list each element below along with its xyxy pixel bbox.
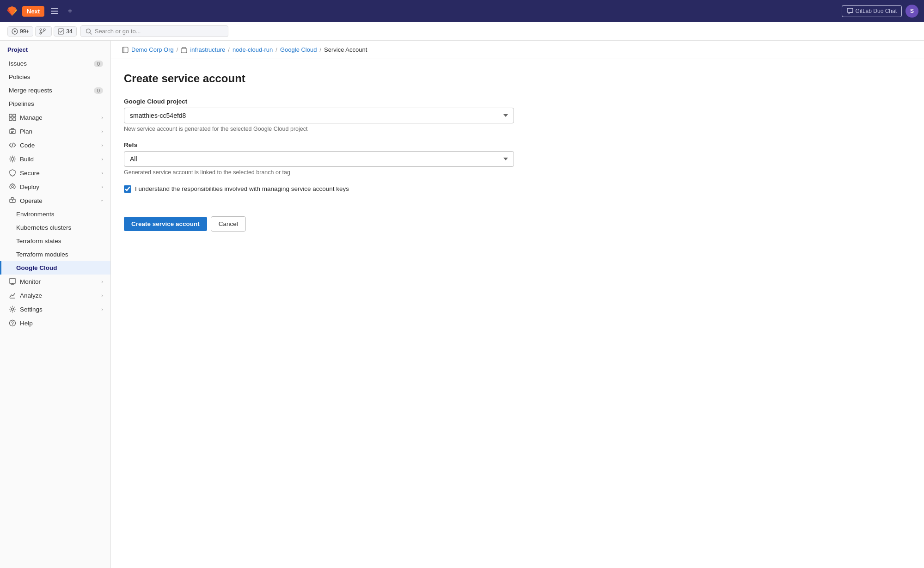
new-item-button[interactable]: + [65, 5, 75, 18]
sidebar-item-help[interactable]: Help [0, 316, 110, 330]
mr-stat[interactable] [35, 26, 52, 37]
cancel-button[interactable]: Cancel [211, 216, 246, 232]
svg-point-5 [14, 31, 16, 32]
sidebar-item-analyze[interactable]: Analyze › [0, 288, 110, 302]
svg-rect-3 [847, 8, 853, 12]
infra-icon [181, 47, 187, 53]
svg-rect-31 [122, 47, 128, 53]
google-cloud-project-select[interactable]: smatthies-cc54efd8 [124, 108, 514, 123]
sidebar: Project Issues 0 Policies Merge requests… [0, 41, 111, 568]
operate-chevron: › [99, 200, 105, 202]
sidebar-item-google-cloud[interactable]: Google Cloud [0, 261, 110, 275]
responsibilities-checkbox-row: I understand the responsibilities involv… [124, 185, 514, 194]
secure-chevron: › [101, 170, 103, 176]
sidebar-item-terraform-modules[interactable]: Terraform modules [0, 248, 110, 261]
svg-point-28 [12, 308, 14, 311]
next-button[interactable]: Next [22, 6, 44, 17]
svg-point-19 [11, 158, 14, 160]
secure-icon [9, 169, 16, 177]
svg-rect-33 [181, 49, 187, 53]
svg-rect-0 [51, 8, 58, 9]
deploy-chevron: › [101, 184, 103, 189]
help-label: Help [20, 320, 33, 327]
svg-point-6 [40, 29, 42, 31]
sidebar-item-deploy[interactable]: Deploy › [0, 180, 110, 194]
help-icon [9, 319, 16, 327]
sidebar-item-monitor[interactable]: Monitor › [0, 275, 110, 288]
operate-icon [9, 197, 16, 204]
main-content: Demo Corp Org / infrastructure / node-cl… [111, 41, 924, 568]
form-actions: Create service account Cancel [124, 216, 514, 232]
google-cloud-project-hint: New service account is generated for the… [124, 126, 514, 132]
monitor-icon [9, 278, 16, 285]
responsibilities-checkbox-label[interactable]: I understand the responsibilities involv… [135, 185, 349, 194]
sidebar-item-secure[interactable]: Secure › [0, 166, 110, 180]
breadcrumb-infrastructure[interactable]: infrastructure [190, 46, 225, 53]
svg-rect-9 [58, 29, 64, 34]
sidebar-item-manage[interactable]: Manage › [0, 110, 110, 124]
breadcrumb-google-cloud[interactable]: Google Cloud [280, 46, 317, 53]
sidebar-item-pipelines[interactable]: Pipelines [0, 97, 110, 110]
sidebar-item-build[interactable]: Build › [0, 152, 110, 166]
monitor-chevron: › [101, 279, 103, 284]
svg-rect-13 [9, 118, 12, 121]
code-chevron: › [101, 142, 103, 148]
sidebar-item-merge-requests[interactable]: Merge requests 0 [0, 84, 110, 97]
svg-rect-12 [13, 114, 16, 117]
sidebar-item-kubernetes[interactable]: Kubernetes clusters [0, 221, 110, 234]
svg-rect-1 [51, 11, 58, 12]
plan-chevron: › [101, 128, 103, 134]
svg-rect-14 [13, 118, 16, 121]
breadcrumb-demo-corp[interactable]: Demo Corp Org [131, 46, 174, 53]
form-divider [124, 205, 514, 205]
analyze-icon [9, 292, 16, 299]
svg-point-20 [12, 186, 13, 188]
sidebar-item-environments[interactable]: Environments [0, 208, 110, 221]
todos-stat[interactable]: 34 [54, 26, 76, 37]
manage-icon [9, 114, 16, 121]
create-service-account-button[interactable]: Create service account [124, 217, 207, 231]
settings-icon [9, 305, 16, 313]
sidebar-item-issues[interactable]: Issues 0 [0, 57, 110, 70]
gitlab-logo[interactable] [6, 5, 18, 18]
svg-rect-2 [51, 13, 58, 14]
breadcrumb-node-cloud-run[interactable]: node-cloud-run [233, 46, 273, 53]
deploy-icon [9, 183, 16, 190]
build-icon [9, 155, 16, 163]
user-avatar[interactable]: S [906, 5, 918, 18]
google-cloud-project-label: Google Cloud project [124, 98, 514, 105]
responsibilities-checkbox[interactable] [124, 185, 131, 193]
svg-rect-24 [9, 279, 16, 283]
sidebar-item-terraform-states[interactable]: Terraform states [0, 234, 110, 248]
manage-chevron: › [101, 115, 103, 120]
issues-stat[interactable]: 99+ [7, 26, 33, 37]
top-nav: Next + GitLab Duo Chat S [0, 0, 924, 22]
sidebar-item-policies[interactable]: Policies [0, 70, 110, 84]
svg-line-18 [12, 143, 13, 147]
refs-hint: Generated service account is linked to t… [124, 169, 514, 176]
refs-label: Refs [124, 141, 514, 148]
breadcrumb-current: Service Account [324, 46, 367, 53]
settings-chevron: › [101, 306, 103, 312]
sidebar-item-operate[interactable]: Operate › [0, 194, 110, 208]
sidebar-item-settings[interactable]: Settings › [0, 302, 110, 316]
svg-rect-11 [9, 114, 12, 117]
org-icon [122, 47, 129, 53]
analyze-chevron: › [101, 293, 103, 298]
duo-chat-button[interactable]: GitLab Duo Chat [842, 5, 902, 17]
secondary-nav: 99+ 34 Search or go to... [0, 22, 924, 41]
sidebar-toggle-button[interactable] [48, 6, 61, 17]
code-icon [9, 141, 16, 149]
project-title: Project [0, 41, 110, 57]
sidebar-item-code[interactable]: Code › [0, 138, 110, 152]
plan-icon [9, 128, 16, 135]
google-cloud-project-section: Google Cloud project smatthies-cc54efd8 … [124, 98, 514, 132]
breadcrumb: Demo Corp Org / infrastructure / node-cl… [111, 41, 924, 59]
refs-section: Refs All Generated service account is li… [124, 141, 514, 176]
page-title: Create service account [124, 72, 514, 85]
build-chevron: › [101, 156, 103, 162]
svg-point-23 [12, 200, 13, 201]
search-bar[interactable]: Search or go to... [80, 25, 228, 37]
refs-select[interactable]: All [124, 151, 514, 167]
sidebar-item-plan[interactable]: Plan › [0, 124, 110, 138]
